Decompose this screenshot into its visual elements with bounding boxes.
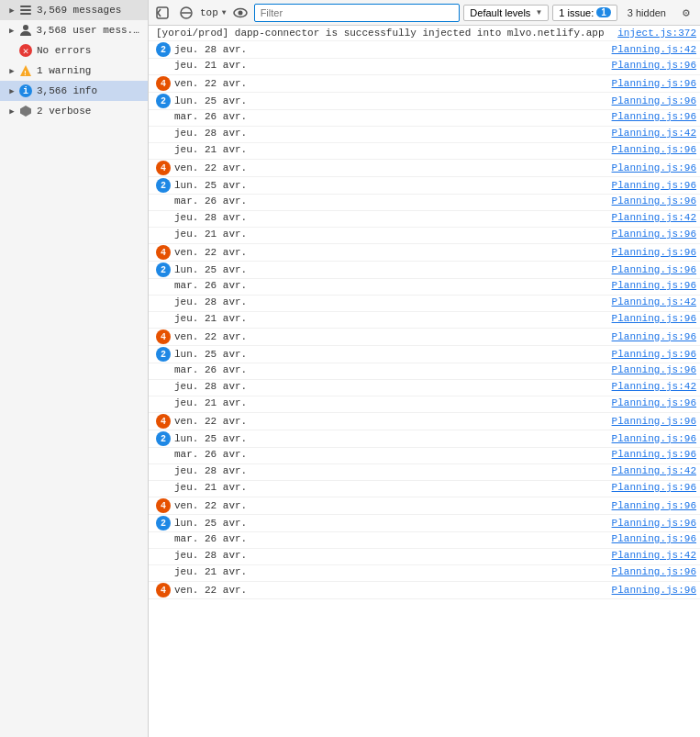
gear-icon[interactable]: ⚙ xyxy=(676,4,696,22)
log-badge: 2 xyxy=(156,431,171,446)
expand-icon: ▶ xyxy=(6,86,18,96)
list-icon xyxy=(18,3,33,17)
log-link[interactable]: Planning.js:96 xyxy=(612,416,696,427)
log-text: ven. 22 avr. xyxy=(174,247,612,258)
inject-message: [yoroi/prod] dapp-connector is successfu… xyxy=(156,28,604,39)
log-row: jeu. 28 avr.Planning.js:42 xyxy=(149,380,700,396)
log-link[interactable]: Planning.js:42 xyxy=(612,550,696,561)
log-link[interactable]: Planning.js:42 xyxy=(612,128,696,139)
log-link[interactable]: Planning.js:96 xyxy=(612,247,696,258)
log-link[interactable]: Planning.js:42 xyxy=(612,44,696,55)
log-link[interactable]: Planning.js:96 xyxy=(612,449,696,460)
log-link[interactable]: Planning.js:96 xyxy=(612,264,696,275)
log-link[interactable]: Planning.js:42 xyxy=(612,381,696,392)
log-badge: 2 xyxy=(156,178,171,193)
issues-button[interactable]: 1 issue: 1 xyxy=(552,5,617,21)
log-link[interactable]: Planning.js:96 xyxy=(612,280,696,291)
top-label: top ▼ xyxy=(200,7,227,18)
svg-text:!: ! xyxy=(23,69,28,77)
levels-chevron: ▼ xyxy=(535,8,542,17)
expand-icon: ▶ xyxy=(6,6,18,16)
svg-marker-6 xyxy=(20,106,31,117)
top-text: top xyxy=(200,7,218,18)
log-text: ven. 22 avr. xyxy=(174,78,612,89)
log-link[interactable]: Planning.js:42 xyxy=(612,296,696,307)
sidebar-item-messages[interactable]: ▶ 3,569 messages xyxy=(0,0,148,20)
log-text: mar. 26 avr. xyxy=(174,111,612,122)
log-row: jeu. 28 avr.Planning.js:42 xyxy=(149,549,700,565)
warning-icon: ! xyxy=(18,63,33,78)
hidden-label: 3 hidden xyxy=(628,7,666,18)
verbose-icon xyxy=(18,104,33,118)
log-text: mar. 26 avr. xyxy=(174,449,612,460)
log-text: ven. 22 avr. xyxy=(174,416,612,427)
log-link[interactable]: Planning.js:96 xyxy=(612,533,696,544)
log-text: jeu. 28 avr. xyxy=(174,44,612,55)
log-link[interactable]: Planning.js:96 xyxy=(612,111,696,122)
expand-icon: ▶ xyxy=(6,66,18,76)
log-text: mar. 26 avr. xyxy=(174,364,612,375)
log-row: jeu. 21 avr.Planning.js:96 xyxy=(149,312,700,329)
expand-icon: ▶ xyxy=(6,106,18,117)
log-text: jeu. 21 avr. xyxy=(174,313,612,324)
inject-row: [yoroi/prod] dapp-connector is successfu… xyxy=(149,26,700,41)
log-link[interactable]: Planning.js:96 xyxy=(612,433,696,444)
no-entry-icon[interactable] xyxy=(176,4,196,22)
log-row: 2lun. 25 avr.Planning.js:96 xyxy=(149,430,700,448)
log-row: 2lun. 25 avr.Planning.js:96 xyxy=(149,515,700,532)
log-link[interactable]: Planning.js:96 xyxy=(612,585,696,596)
log-link[interactable]: Planning.js:42 xyxy=(612,212,696,223)
log-link[interactable]: Planning.js:96 xyxy=(612,78,696,89)
log-row: jeu. 21 avr.Planning.js:96 xyxy=(149,143,700,160)
user-icon xyxy=(18,23,33,38)
levels-button[interactable]: Default levels ▼ xyxy=(463,5,549,21)
hidden-button[interactable]: 3 hidden xyxy=(621,5,672,21)
filter-input[interactable] xyxy=(254,4,461,22)
sidebar-item-warning[interactable]: ▶ ! 1 warning xyxy=(0,61,148,81)
svg-rect-2 xyxy=(20,13,31,15)
log-row: jeu. 28 avr.Planning.js:42 xyxy=(149,464,700,481)
log-row: jeu. 21 avr.Planning.js:96 xyxy=(149,565,700,582)
sidebar-item-no-errors[interactable]: ✕ No errors xyxy=(0,40,148,61)
log-link[interactable]: Planning.js:96 xyxy=(612,313,696,324)
eye-icon[interactable] xyxy=(230,4,250,22)
log-link[interactable]: Planning.js:96 xyxy=(612,162,696,173)
inject-link[interactable]: inject.js:372 xyxy=(617,28,696,39)
log-badge: 2 xyxy=(156,42,171,57)
log-badge: 4 xyxy=(156,329,171,344)
log-link[interactable]: Planning.js:96 xyxy=(612,144,696,155)
log-link[interactable]: Planning.js:96 xyxy=(612,331,696,342)
log-link[interactable]: Planning.js:42 xyxy=(612,465,696,476)
log-row: jeu. 21 avr.Planning.js:96 xyxy=(149,481,700,497)
log-link[interactable]: Planning.js:96 xyxy=(612,349,696,360)
log-text: ven. 22 avr. xyxy=(174,162,612,173)
log-link[interactable]: Planning.js:96 xyxy=(612,397,696,408)
sidebar-item-info[interactable]: ▶ i 3,566 info xyxy=(0,81,148,101)
log-row: mar. 26 avr.Planning.js:96 xyxy=(149,195,700,211)
log-link[interactable]: Planning.js:96 xyxy=(612,60,696,71)
log-link[interactable]: Planning.js:96 xyxy=(612,195,696,207)
log-link[interactable]: Planning.js:96 xyxy=(612,518,696,529)
log-link[interactable]: Planning.js:96 xyxy=(612,364,696,375)
main-panel: top ▼ Default levels ▼ 1 issue: 1 3 hidd… xyxy=(149,0,700,737)
log-area[interactable]: [yoroi/prod] dapp-connector is successfu… xyxy=(149,26,700,737)
log-link[interactable]: Planning.js:96 xyxy=(612,95,696,106)
log-row: 2jeu. 28 avr.Planning.js:42 xyxy=(149,41,700,59)
log-text: jeu. 21 avr. xyxy=(174,397,612,408)
svg-point-3 xyxy=(23,25,28,30)
log-row: jeu. 21 avr.Planning.js:96 xyxy=(149,396,700,413)
sidebar-item-verbose[interactable]: ▶ 2 verbose xyxy=(0,101,148,121)
back-icon[interactable] xyxy=(152,4,172,22)
log-badge: 4 xyxy=(156,161,171,175)
log-row: jeu. 28 avr.Planning.js:42 xyxy=(149,127,700,143)
log-link[interactable]: Planning.js:96 xyxy=(612,482,696,493)
svg-rect-0 xyxy=(20,6,31,7)
log-rows-container: 2jeu. 28 avr.Planning.js:42jeu. 21 avr.P… xyxy=(149,41,700,599)
sidebar-item-user-messages[interactable]: ▶ 3,568 user mess... xyxy=(0,20,148,40)
log-row: 4ven. 22 avr.Planning.js:96 xyxy=(149,413,700,430)
log-link[interactable]: Planning.js:96 xyxy=(612,229,696,240)
log-link[interactable]: Planning.js:96 xyxy=(612,566,696,577)
log-link[interactable]: Planning.js:96 xyxy=(612,500,696,511)
log-link[interactable]: Planning.js:96 xyxy=(612,180,696,191)
sidebar-item-messages-label: 3,569 messages xyxy=(37,5,121,16)
